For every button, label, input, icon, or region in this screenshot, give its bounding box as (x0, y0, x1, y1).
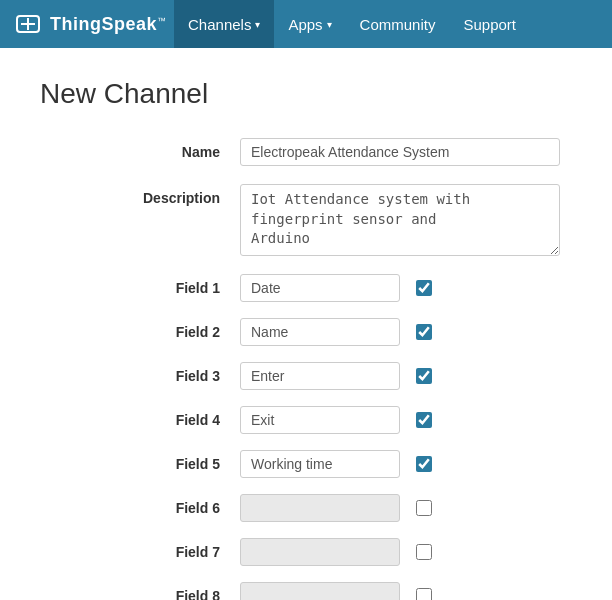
apps-caret-icon: ▾ (327, 19, 332, 30)
description-row: Description Iot Attendance system with f… (40, 184, 572, 256)
channels-caret-icon: ▾ (255, 19, 260, 30)
field-row-8: Field 8 (40, 582, 572, 600)
field-checkbox-5[interactable] (416, 456, 432, 472)
field-row-1: Field 1 (40, 274, 572, 302)
description-input[interactable]: Iot Attendance system with fingerprint s… (240, 184, 560, 256)
fields-container: Field 1Field 2Field 3Field 4Field 5Field… (40, 274, 572, 600)
field-row-3: Field 3 (40, 362, 572, 390)
name-row: Name (40, 138, 572, 166)
field-row-6: Field 6 (40, 494, 572, 522)
field-input-6 (240, 494, 400, 522)
field-checkbox-1[interactable] (416, 280, 432, 296)
nav-logo-text: ThingSpeak™ (50, 14, 166, 35)
thingspeak-logo-icon (16, 13, 44, 35)
field-input-5[interactable] (240, 450, 400, 478)
field-row-7: Field 7 (40, 538, 572, 566)
field-input-7 (240, 538, 400, 566)
field-label-5: Field 5 (40, 456, 240, 472)
name-input[interactable] (240, 138, 560, 166)
nav-community[interactable]: Community (346, 0, 450, 48)
field-input-1[interactable] (240, 274, 400, 302)
name-label: Name (40, 138, 240, 160)
field-checkbox-2[interactable] (416, 324, 432, 340)
field-input-4[interactable] (240, 406, 400, 434)
nav-support[interactable]: Support (449, 0, 530, 48)
field-checkbox-7[interactable] (416, 544, 432, 560)
field-checkbox-6[interactable] (416, 500, 432, 516)
field-label-3: Field 3 (40, 368, 240, 384)
description-label: Description (40, 184, 240, 206)
field-label-4: Field 4 (40, 412, 240, 428)
main-content: New Channel Name Description Iot Attenda… (0, 48, 612, 600)
field-input-3[interactable] (240, 362, 400, 390)
navbar: ThingSpeak™ Channels ▾ Apps ▾ Community … (0, 0, 612, 48)
field-checkbox-4[interactable] (416, 412, 432, 428)
nav-channels[interactable]: Channels ▾ (174, 0, 274, 48)
field-input-2[interactable] (240, 318, 400, 346)
field-checkbox-3[interactable] (416, 368, 432, 384)
field-label-6: Field 6 (40, 500, 240, 516)
nav-apps[interactable]: Apps ▾ (274, 0, 345, 48)
field-checkbox-8[interactable] (416, 588, 432, 600)
field-label-1: Field 1 (40, 280, 240, 296)
field-input-8 (240, 582, 400, 600)
field-row-4: Field 4 (40, 406, 572, 434)
field-label-2: Field 2 (40, 324, 240, 340)
field-label-7: Field 7 (40, 544, 240, 560)
field-row-5: Field 5 (40, 450, 572, 478)
field-row-2: Field 2 (40, 318, 572, 346)
page-title: New Channel (40, 78, 572, 110)
field-label-8: Field 8 (40, 588, 240, 600)
nav-logo[interactable]: ThingSpeak™ (16, 13, 166, 35)
